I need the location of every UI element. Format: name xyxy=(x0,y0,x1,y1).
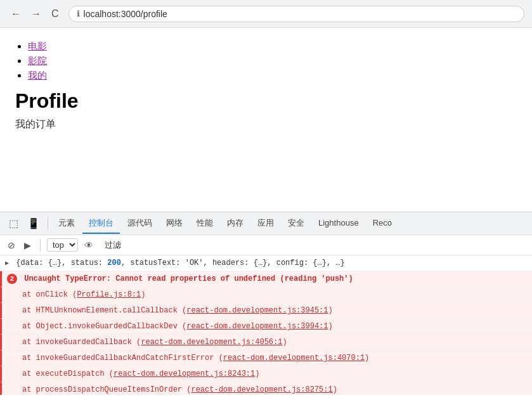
back-button[interactable]: ← xyxy=(8,7,24,21)
tab-console[interactable]: 控制台 xyxy=(82,214,120,234)
tab-memory[interactable]: 内存 xyxy=(221,214,250,234)
stack-line-3: at Object.invokeGuardedCallbackDev (reac… xyxy=(0,319,532,335)
page-subtitle: 我的订单 xyxy=(15,118,517,131)
eye-button[interactable]: 👁 xyxy=(82,239,96,252)
console-line-error: 2 Uncaught TypeError: Cannot read proper… xyxy=(0,271,532,287)
nav-item-mine: 我的 xyxy=(28,70,517,82)
error-main-text: Uncaught TypeError: Cannot read properti… xyxy=(24,274,353,283)
tab-recorder[interactable]: Reco xyxy=(367,214,398,233)
console-line-success: ▶ {data: {…}, status: 200, statusText: '… xyxy=(0,255,532,271)
tab-lighthouse[interactable]: Lighthouse xyxy=(312,214,365,233)
clear-console-button[interactable]: ⊘ xyxy=(5,239,18,252)
toolbar-separator xyxy=(40,239,41,252)
page-title: Profile xyxy=(15,89,517,113)
nav-item-movies: 电影 xyxy=(28,41,517,53)
stack-link-6[interactable]: react-dom.development.js:8243:1 xyxy=(114,369,255,378)
stack-link-1[interactable]: Profile.js:8:1 xyxy=(77,290,141,299)
console-success-text: {data: {…}, status: 200, statusText: 'OK… xyxy=(16,259,345,267)
execute-button[interactable]: ▶ xyxy=(22,239,34,252)
tab-security[interactable]: 安全 xyxy=(282,214,311,234)
tab-elements[interactable]: 元素 xyxy=(52,214,81,234)
tab-performance[interactable]: 性能 xyxy=(190,214,219,234)
nav-link-cinema[interactable]: 影院 xyxy=(28,55,47,66)
filter-button[interactable]: 过滤 xyxy=(100,238,126,252)
tab-separator xyxy=(48,217,48,230)
stack-link-4[interactable]: react-dom.development.js:4056:1 xyxy=(141,338,282,347)
nav-buttons: ← → C xyxy=(8,7,62,21)
lock-icon: ℹ xyxy=(77,9,80,18)
devtools-tabs: ⬚ 📱 元素 控制台 源代码 网络 性能 内存 应用 安全 Lighthouse… xyxy=(0,212,532,235)
device-icon[interactable]: 📱 xyxy=(23,215,44,232)
stack-line-4: at invokeGuardedCallback (react-dom.deve… xyxy=(0,335,532,350)
url-text: localhost:3000/profile xyxy=(84,9,167,19)
stack-link-3[interactable]: react-dom.development.js:3994:1 xyxy=(186,322,328,331)
inspect-icon[interactable]: ⬚ xyxy=(5,215,22,232)
forward-button[interactable]: → xyxy=(28,7,44,21)
stack-link-2[interactable]: react-dom.development.js:3945:1 xyxy=(186,306,328,315)
context-select[interactable]: top xyxy=(47,238,78,252)
stack-line-5: at invokeGuardedCallbackAndCatchFirstErr… xyxy=(0,350,532,366)
browser-bar: ← → C ℹ localhost:3000/profile xyxy=(0,0,532,28)
page-content: 电影 影院 我的 Profile 我的订单 xyxy=(0,28,532,212)
stack-line-6: at executeDispatch (react-dom.developmen… xyxy=(0,366,532,382)
tab-network[interactable]: 网络 xyxy=(160,214,189,234)
nav-list: 电影 影院 我的 xyxy=(15,41,517,82)
devtools-toolbar: ⊘ ▶ top 👁 过滤 xyxy=(0,235,532,255)
stack-link-7[interactable]: react-dom.development.js:8275:1 xyxy=(191,385,332,394)
error-icon: 2 xyxy=(7,274,17,284)
arrow-icon: ▶ xyxy=(5,259,9,268)
stack-line-1: at onClick (Profile.js:8:1) xyxy=(0,287,532,303)
tab-sources[interactable]: 源代码 xyxy=(121,214,159,234)
nav-item-cinema: 影院 xyxy=(28,55,517,67)
stack-link-5[interactable]: react-dom.development.js:4070:1 xyxy=(223,354,365,363)
address-bar[interactable]: ℹ localhost:3000/profile xyxy=(68,6,524,22)
nav-link-movies[interactable]: 电影 xyxy=(28,41,47,51)
console-output: ▶ {data: {…}, status: 200, statusText: '… xyxy=(0,255,532,395)
stack-line-7: at processDispatchQueueItemsInOrder (rea… xyxy=(0,382,532,395)
stack-line-2: at HTMLUnknownElement.callCallback (reac… xyxy=(0,303,532,319)
reload-button[interactable]: C xyxy=(48,7,62,21)
nav-link-mine[interactable]: 我的 xyxy=(28,70,47,80)
devtools-panel: ⬚ 📱 元素 控制台 源代码 网络 性能 内存 应用 安全 Lighthouse… xyxy=(0,212,532,395)
tab-application[interactable]: 应用 xyxy=(251,214,280,234)
